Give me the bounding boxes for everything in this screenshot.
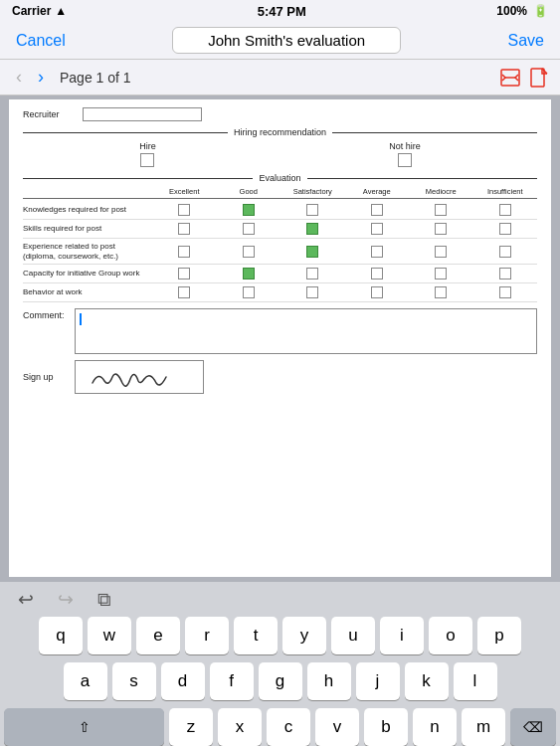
comment-input[interactable] bbox=[75, 308, 537, 354]
eval-check[interactable] bbox=[306, 268, 318, 280]
eval-check-selected[interactable] bbox=[306, 223, 318, 235]
key-n[interactable]: n bbox=[413, 708, 457, 746]
eval-check[interactable] bbox=[306, 286, 318, 298]
eval-check[interactable] bbox=[178, 223, 190, 235]
evaluation-header-row: Excellent Good Satisfactory Average Medi… bbox=[23, 187, 537, 199]
key-g[interactable]: g bbox=[259, 662, 302, 700]
eval-check[interactable] bbox=[371, 246, 383, 258]
key-s[interactable]: s bbox=[112, 662, 156, 700]
key-z[interactable]: z bbox=[169, 708, 213, 746]
eval-check[interactable] bbox=[499, 246, 511, 258]
eval-check[interactable] bbox=[371, 286, 383, 298]
status-bar: Carrier ▲ 5:47 PM 100% 🔋 bbox=[0, 0, 560, 22]
fit-width-button[interactable] bbox=[500, 68, 520, 88]
eval-check[interactable] bbox=[499, 204, 511, 216]
key-w[interactable]: w bbox=[88, 617, 131, 654]
key-o[interactable]: o bbox=[429, 617, 472, 654]
eval-check[interactable] bbox=[243, 223, 255, 235]
text-cursor bbox=[80, 313, 82, 325]
document-view-button[interactable] bbox=[530, 68, 548, 88]
key-b[interactable]: b bbox=[364, 708, 408, 746]
document-page: Recruiter Hiring recommendation Hire Not… bbox=[9, 99, 551, 577]
eval-check[interactable] bbox=[499, 286, 511, 298]
hiring-section-title: Hiring recommendation bbox=[234, 127, 326, 137]
eval-check[interactable] bbox=[243, 286, 255, 298]
key-row-3: ⇧ z x c v b n m ⌫ bbox=[4, 708, 556, 746]
eval-check[interactable] bbox=[178, 204, 190, 216]
redo-button[interactable]: ↪ bbox=[52, 586, 80, 613]
keyboard-toolbar: ↩ ↪ ⧉ bbox=[0, 581, 560, 617]
eval-check[interactable] bbox=[499, 268, 511, 280]
col-insufficient: Insufficient bbox=[473, 187, 538, 196]
nav-bar: Cancel Save bbox=[0, 22, 560, 60]
hire-option: Hire bbox=[139, 141, 156, 167]
save-button[interactable]: Save bbox=[508, 32, 544, 50]
eval-check[interactable] bbox=[371, 223, 383, 235]
eval-check[interactable] bbox=[178, 268, 190, 280]
key-v[interactable]: v bbox=[315, 708, 359, 746]
fit-width-icon bbox=[500, 69, 520, 87]
key-q[interactable]: q bbox=[39, 617, 83, 654]
col-excellent: Excellent bbox=[152, 187, 217, 196]
keyboard-keys: q w e r t y u i o p a s d f g h j k l ⇧ … bbox=[0, 617, 560, 746]
signature-field[interactable] bbox=[75, 360, 204, 394]
undo-button[interactable]: ↩ bbox=[12, 586, 40, 613]
key-r[interactable]: r bbox=[185, 617, 229, 654]
key-h[interactable]: h bbox=[307, 662, 351, 700]
next-page-button[interactable]: › bbox=[34, 65, 48, 90]
eval-check-selected[interactable] bbox=[243, 268, 255, 280]
doc-icon bbox=[530, 68, 548, 88]
key-d[interactable]: d bbox=[161, 662, 205, 700]
battery-label: 100% bbox=[496, 4, 527, 18]
eval-check[interactable] bbox=[243, 246, 255, 258]
key-y[interactable]: y bbox=[282, 617, 326, 654]
not-hire-label: Not hire bbox=[389, 141, 421, 151]
hire-checkbox[interactable] bbox=[140, 153, 154, 167]
eval-check[interactable] bbox=[178, 286, 190, 298]
document-title-input[interactable] bbox=[172, 27, 401, 54]
eval-check-selected[interactable] bbox=[243, 204, 255, 216]
key-x[interactable]: x bbox=[218, 708, 262, 746]
delete-button[interactable]: ⌫ bbox=[510, 708, 556, 746]
eval-check[interactable] bbox=[435, 246, 447, 258]
paste-button[interactable]: ⧉ bbox=[92, 587, 117, 613]
prev-page-button[interactable]: ‹ bbox=[12, 65, 26, 90]
eval-check[interactable] bbox=[435, 223, 447, 235]
key-a[interactable]: a bbox=[64, 662, 107, 700]
eval-check[interactable] bbox=[435, 268, 447, 280]
shift-button[interactable]: ⇧ bbox=[4, 708, 164, 746]
signature-drawing bbox=[85, 363, 194, 391]
key-i[interactable]: i bbox=[380, 617, 424, 654]
key-t[interactable]: t bbox=[234, 617, 278, 654]
key-f[interactable]: f bbox=[210, 662, 254, 700]
key-j[interactable]: j bbox=[356, 662, 400, 700]
key-m[interactable]: m bbox=[462, 708, 505, 746]
hiring-section-header: Hiring recommendation bbox=[23, 127, 537, 137]
comment-row: Comment: bbox=[23, 308, 537, 354]
document-area: Recruiter Hiring recommendation Hire Not… bbox=[0, 95, 560, 581]
eval-check[interactable] bbox=[371, 204, 383, 216]
comment-label: Comment: bbox=[23, 308, 71, 320]
hire-options-row: Hire Not hire bbox=[23, 141, 537, 167]
eval-check[interactable] bbox=[435, 286, 447, 298]
signup-label: Sign up bbox=[23, 372, 67, 382]
not-hire-checkbox[interactable] bbox=[398, 153, 412, 167]
key-k[interactable]: k bbox=[405, 662, 449, 700]
table-row: Capacity for initiative Group work bbox=[23, 265, 537, 283]
key-u[interactable]: u bbox=[331, 617, 375, 654]
key-l[interactable]: l bbox=[454, 662, 497, 700]
eval-check-selected[interactable] bbox=[306, 246, 318, 258]
col-average: Average bbox=[345, 187, 410, 196]
eval-check[interactable] bbox=[371, 268, 383, 280]
recruiter-input[interactable] bbox=[83, 107, 202, 121]
key-c[interactable]: c bbox=[267, 708, 310, 746]
key-e[interactable]: e bbox=[136, 617, 180, 654]
eval-check[interactable] bbox=[178, 246, 190, 258]
recruiter-row: Recruiter bbox=[23, 107, 537, 121]
eval-check[interactable] bbox=[499, 223, 511, 235]
key-p[interactable]: p bbox=[477, 617, 521, 654]
recruiter-label: Recruiter bbox=[23, 109, 83, 119]
eval-check[interactable] bbox=[306, 204, 318, 216]
cancel-button[interactable]: Cancel bbox=[16, 32, 66, 50]
eval-check[interactable] bbox=[435, 204, 447, 216]
